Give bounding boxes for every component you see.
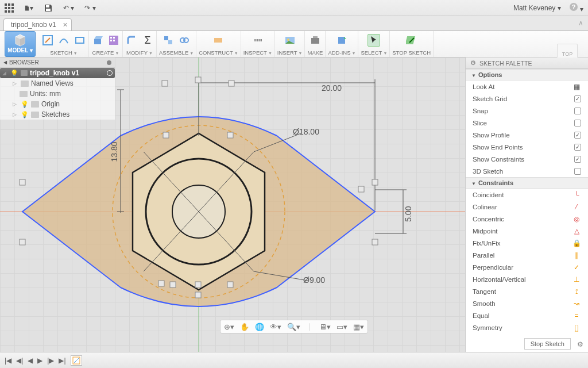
dim-gap: 5.00 <box>404 206 413 221</box>
ribbon-group-insert[interactable]: INSERT▼ <box>275 31 305 57</box>
checkbox-icon[interactable] <box>574 108 581 114</box>
timeline-end-icon[interactable]: ▶| <box>59 356 65 365</box>
constraint-perpendicular[interactable]: Perpendicular✓ <box>466 261 588 273</box>
svg-rect-3 <box>5 7 7 9</box>
browser-root[interactable]: ◢💡 tripod_knob v1 <box>0 68 115 78</box>
plane-icon[interactable] <box>212 34 225 47</box>
select-icon[interactable] <box>368 34 380 47</box>
timeline-back-icon[interactable]: ◀ <box>28 356 33 365</box>
palette-section-constraints[interactable]: ▼Constraints <box>466 177 588 189</box>
constraint-horizontal-vertical[interactable]: Horizontal/Vertical⊥ <box>466 273 588 285</box>
addins-icon[interactable] <box>335 34 348 47</box>
checkbox-icon[interactable]: ✓ <box>574 95 581 102</box>
option-look-at[interactable]: Look At▦ <box>466 80 588 93</box>
constraint-tangent[interactable]: Tangent⟟ <box>466 285 588 297</box>
insert-image-icon[interactable] <box>284 34 296 47</box>
constraint-concentric[interactable]: Concentric◎ <box>466 213 588 225</box>
make-icon[interactable] <box>309 34 322 47</box>
help-icon[interactable]: ? ▾ <box>569 2 583 13</box>
constraint-coincident[interactable]: Coincident└ <box>466 189 588 201</box>
layout1-icon[interactable]: ▭▾ <box>336 323 347 331</box>
ribbon-group-modify[interactable]: Σ MODIFY▼ <box>123 31 157 57</box>
constraint-smooth[interactable]: Smooth↝ <box>466 297 588 309</box>
ribbon-group-assemble[interactable]: ASSEMBLE▼ <box>157 31 196 57</box>
stop-sketch-button[interactable]: Stop Sketch <box>524 338 571 350</box>
ribbon-group-stop-sketch[interactable]: STOP SKETCH <box>390 31 434 57</box>
undo-icon[interactable]: ↶ ▾ <box>63 4 74 12</box>
browser-item-units[interactable]: Units: mm <box>0 89 115 99</box>
constraint-equal[interactable]: Equal= <box>466 309 588 321</box>
checkbox-icon[interactable]: ✓ <box>574 132 581 139</box>
view-toolbar[interactable]: ⊕▾ ✋ 🌐 👁▾ 🔍▾ ｜ 🖥▾ ▭▾ ▦▾ <box>220 320 368 334</box>
timeline-play-icon[interactable]: ▶ <box>37 356 42 365</box>
rotate-icon[interactable]: 🌐 <box>255 323 264 331</box>
checkbox-icon[interactable] <box>574 120 581 126</box>
box-pattern-icon[interactable] <box>107 34 120 47</box>
ribbon-group-inspect[interactable]: INSPECT▼ <box>241 31 275 57</box>
file-tab[interactable]: tripod_knob v1 ✕ <box>3 18 72 30</box>
sketch-line-icon[interactable] <box>41 34 54 47</box>
browser-item-views[interactable]: ▷Named Views <box>0 78 115 89</box>
option-show-constraints[interactable]: Show Constraints✓ <box>466 153 588 165</box>
svg-text:?: ? <box>571 3 575 10</box>
constraint-icon: ⊥ <box>572 275 581 283</box>
orbit-icon[interactable]: ⊕▾ <box>224 323 234 331</box>
lookat-icon[interactable]: 👁▾ <box>270 323 281 331</box>
option-snap[interactable]: Snap <box>466 105 588 117</box>
joint-icon[interactable] <box>178 34 191 47</box>
close-tab-icon[interactable]: ✕ <box>63 21 68 29</box>
zoom-icon[interactable]: 🔍▾ <box>287 323 300 331</box>
checkbox-icon[interactable] <box>574 168 581 175</box>
timeline-sketch-node[interactable] <box>71 355 82 366</box>
timeline-start-icon[interactable]: |◀ <box>5 356 11 365</box>
pan-icon[interactable]: ✋ <box>240 323 249 331</box>
ribbon-group-create[interactable]: CREATE▼ <box>89 31 123 57</box>
browser-item-sketches[interactable]: ▷💡Sketches <box>0 109 115 120</box>
sketch-rect-icon[interactable] <box>74 34 86 47</box>
constraint-parallel[interactable]: Parallel∥ <box>466 249 588 261</box>
new-file-icon[interactable]: ▾ <box>24 3 33 13</box>
constraint-fix-unfix[interactable]: Fix/UnFix🔒 <box>466 237 588 249</box>
option-show-end-points[interactable]: Show End Points✓ <box>466 141 588 153</box>
app-grid-icon[interactable] <box>5 3 14 13</box>
settings-gear-icon[interactable]: ⚙ <box>577 340 583 348</box>
checkbox-icon[interactable]: ✓ <box>574 144 581 151</box>
checkbox-icon[interactable]: ✓ <box>574 156 581 163</box>
browser-header[interactable]: ◀ BROWSER <box>0 57 115 68</box>
redo-icon[interactable]: ↷ ▾ <box>84 4 95 12</box>
layout2-icon[interactable]: ▦▾ <box>353 323 364 331</box>
tab-overflow-icon[interactable]: ∧ <box>578 19 583 27</box>
ribbon-group-construct[interactable]: CONSTRUCT▼ <box>196 31 241 57</box>
fillet-icon[interactable] <box>125 34 138 47</box>
palette-header[interactable]: ⚙ SKETCH PALETTE <box>466 57 588 69</box>
option-sketch-grid[interactable]: Sketch Grid✓ <box>466 93 588 105</box>
display-icon[interactable]: 🖥▾ <box>319 323 331 331</box>
svg-rect-47 <box>20 179 25 185</box>
constraint-colinear[interactable]: Colinear⁄ <box>466 201 588 213</box>
option-show-profile[interactable]: Show Profile✓ <box>466 129 588 141</box>
ribbon-group-addins[interactable]: ADD-INS▼ <box>326 31 358 57</box>
option--d-sketch[interactable]: 3D Sketch <box>466 165 588 177</box>
ribbon-group-sketch[interactable]: SKETCH▼ <box>39 31 89 57</box>
ribbon-group-select[interactable]: SELECT▼ <box>358 31 390 57</box>
option-slice[interactable]: Slice <box>466 117 588 129</box>
svg-rect-19 <box>113 40 115 41</box>
palette-section-options[interactable]: ▼Options <box>466 69 588 80</box>
extrude-icon[interactable] <box>91 34 104 47</box>
lookat-icon[interactable]: ▦ <box>572 83 581 91</box>
constraint-midpoint[interactable]: Midpoint△ <box>466 225 588 237</box>
ribbon-group-make[interactable]: MAKE <box>305 31 326 57</box>
constraint-symmetry[interactable]: Symmetry⦋⦌ <box>466 321 588 334</box>
user-menu[interactable]: Matt Keveney ▾ <box>513 4 561 12</box>
save-icon[interactable] <box>44 3 53 13</box>
browser-item-origin[interactable]: ▷💡Origin <box>0 99 115 109</box>
stop-sketch-icon[interactable] <box>405 34 418 47</box>
assemble-icon[interactable] <box>162 34 175 47</box>
ribbon-toolbar: MODEL ▾ SKETCH▼ CREATE▼ Σ MODIFY▼ ASSEMB… <box>0 31 588 57</box>
measure-icon[interactable] <box>252 34 264 47</box>
timeline-prev-icon[interactable]: ◀| <box>16 356 23 365</box>
sketch-spline-icon[interactable] <box>57 34 70 47</box>
sigma-icon[interactable]: Σ <box>141 34 154 47</box>
timeline-next-icon[interactable]: |▶ <box>47 356 54 365</box>
workspace-model-button[interactable]: MODEL ▾ <box>5 31 36 57</box>
